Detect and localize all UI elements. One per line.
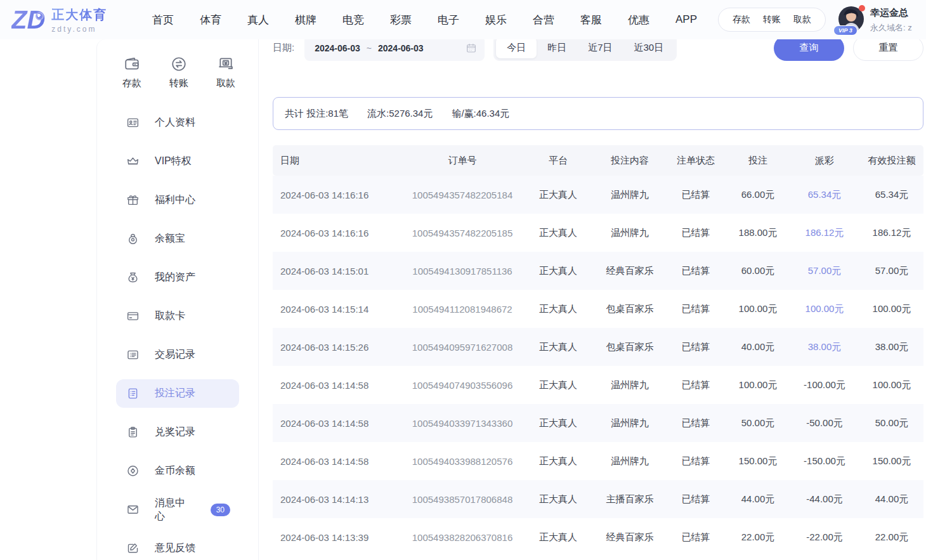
col-header-bet: 投注: [727, 155, 789, 167]
cell-order: 1005494095971627008: [403, 342, 521, 353]
nav-item[interactable]: 首页: [152, 13, 174, 27]
wallet-link[interactable]: 取款: [793, 14, 811, 25]
range-tab[interactable]: 近7日: [577, 37, 623, 58]
cell-content: 温州牌九: [595, 227, 665, 239]
nav-item[interactable]: 电子: [438, 13, 459, 27]
cell-date: 2024-06-03 14:14:13: [273, 494, 403, 505]
cell-content: 包桌百家乐: [595, 303, 665, 315]
cell-payout: -100.00元: [789, 379, 860, 391]
quick-action[interactable]: 转账: [169, 56, 188, 89]
col-header-status: 注单状态: [665, 155, 727, 167]
cell-date: 2024-06-03 14:14:58: [273, 418, 403, 429]
table-row: 2024-06-03 14:14:58 1005494033971343360 …: [273, 404, 923, 442]
sidebar-menu-item[interactable]: 福利中心: [116, 186, 239, 214]
quick-action[interactable]: 存款: [122, 56, 141, 89]
cell-date: 2024-06-03 14:16:16: [273, 228, 403, 238]
cell-valid: 44.00元: [860, 493, 923, 505]
sidebar-menu-item[interactable]: 取款卡: [116, 302, 239, 330]
cell-order: 1005494033988120576: [403, 456, 521, 467]
wallet-quick-links: 存款转账取款: [718, 8, 826, 32]
cell-status: 已结算: [665, 493, 727, 505]
col-header-valid: 有效投注额: [860, 155, 923, 167]
nav-item[interactable]: 合营: [533, 13, 554, 27]
avatar[interactable]: VIP 3: [838, 6, 864, 32]
table-row: 2024-06-03 14:13:39 1005493828206370816 …: [273, 518, 923, 556]
money-bag-icon: [126, 271, 140, 284]
nav-item[interactable]: APP: [675, 13, 697, 26]
sidebar-menu-item[interactable]: 余额宝: [116, 225, 239, 253]
cell-platform: 正大真人: [521, 531, 595, 544]
sidebar-menu-item[interactable]: 我的资产: [116, 263, 239, 292]
cell-platform: 正大真人: [521, 455, 595, 467]
wallet-link[interactable]: 转账: [763, 14, 781, 25]
cell-order: 1005494074903556096: [403, 380, 521, 391]
nav-item[interactable]: 优惠: [628, 13, 649, 27]
logo-zd-icon: ZD: [11, 7, 45, 32]
logo-lens-icon: [36, 12, 44, 20]
cell-date: 2024-06-03 14:15:01: [273, 266, 403, 277]
sidebar-menu-item[interactable]: 兑奖记录: [116, 418, 239, 446]
cell-status: 已结算: [665, 341, 727, 353]
cell-status: 已结算: [665, 189, 727, 201]
sidebar-item-label: 消息中心: [155, 497, 192, 523]
cell-bet: 40.00元: [727, 341, 789, 353]
sidebar-menu-item[interactable]: 交易记录: [116, 341, 239, 369]
cell-status: 已结算: [665, 265, 727, 277]
cell-content: 温州牌九: [595, 455, 665, 467]
cell-date: 2024-06-03 14:16:16: [273, 190, 403, 200]
cell-payout: 100.00元: [789, 303, 860, 315]
mail-icon: [126, 503, 140, 516]
table-row: 2024-06-03 14:15:01 1005494130917851136 …: [273, 252, 923, 290]
table-row: 2024-06-03 14:14:58 1005494033988120576 …: [273, 442, 923, 480]
sidebar-menu-item[interactable]: VIP特权: [116, 147, 239, 176]
col-header-platform: 平台: [521, 155, 595, 167]
table-row: 2024-06-03 14:16:16 1005494357482205185 …: [273, 214, 923, 252]
cell-content: 主播百家乐: [595, 493, 665, 505]
cell-bet: 66.00元: [727, 189, 789, 201]
user-info[interactable]: VIP 3 幸运金总 永久域名: z: [838, 6, 915, 34]
cell-bet: 50.00元: [727, 417, 789, 429]
nav-item[interactable]: 客服: [580, 13, 602, 27]
cell-valid: 100.00元: [860, 303, 923, 315]
cell-platform: 正大真人: [521, 341, 595, 353]
gold-coin-icon: [126, 464, 140, 478]
redeem-record-icon: [126, 426, 140, 439]
date-range-separator: ~: [367, 43, 372, 53]
nav-item[interactable]: 电竞: [342, 13, 364, 27]
cell-order: 1005494112081948672: [403, 304, 521, 315]
nav-item[interactable]: 彩票: [390, 13, 412, 27]
sidebar-menu: 个人资料 VIP特权 福利中心 余额宝: [97, 94, 258, 560]
range-tab[interactable]: 近30日: [623, 37, 675, 58]
wallet-link[interactable]: 存款: [733, 14, 750, 25]
sidebar-menu-item[interactable]: 个人资料: [116, 108, 239, 137]
cell-bet: 100.00元: [727, 379, 789, 391]
cell-valid: 186.12元: [860, 227, 923, 239]
cell-order: 1005493828206370816: [403, 532, 521, 543]
cell-bet: 100.00元: [727, 303, 789, 315]
sidebar-menu-item[interactable]: 投注记录: [116, 379, 239, 408]
nav-item[interactable]: 棋牌: [295, 13, 316, 27]
sidebar-menu-item[interactable]: 意见反馈: [116, 534, 239, 560]
nav-item[interactable]: 娱乐: [485, 13, 507, 27]
gift-icon: [126, 193, 140, 207]
cell-status: 已结算: [665, 227, 727, 239]
sidebar-item-label: 个人资料: [155, 116, 195, 129]
sidebar-item-label: 我的资产: [155, 271, 195, 284]
range-tab[interactable]: 昨日: [537, 37, 577, 58]
main-nav: 首页体育真人棋牌电竞彩票电子娱乐合营客服优惠APP: [152, 13, 697, 27]
quick-action[interactable]: 取款: [216, 56, 235, 89]
nav-item[interactable]: 体育: [200, 13, 221, 27]
nav-item[interactable]: 真人: [247, 13, 269, 27]
calendar-icon[interactable]: [466, 42, 477, 54]
transaction-record-icon: [126, 348, 140, 361]
coin-purse-icon: [126, 232, 140, 245]
range-tab[interactable]: 今日: [496, 37, 537, 58]
brand-logo[interactable]: ZD 正大体育 zdty.com: [11, 6, 119, 34]
sidebar-menu-item[interactable]: 消息中心 30: [116, 495, 239, 524]
cell-bet: 60.00元: [727, 265, 789, 277]
date-label: 日期:: [273, 42, 294, 54]
sidebar-menu-item[interactable]: 金币余额: [116, 457, 239, 485]
cell-valid: 57.00元: [860, 265, 923, 277]
date-from-value: 2024-06-03: [315, 43, 360, 53]
cell-bet: 44.00元: [727, 493, 789, 505]
